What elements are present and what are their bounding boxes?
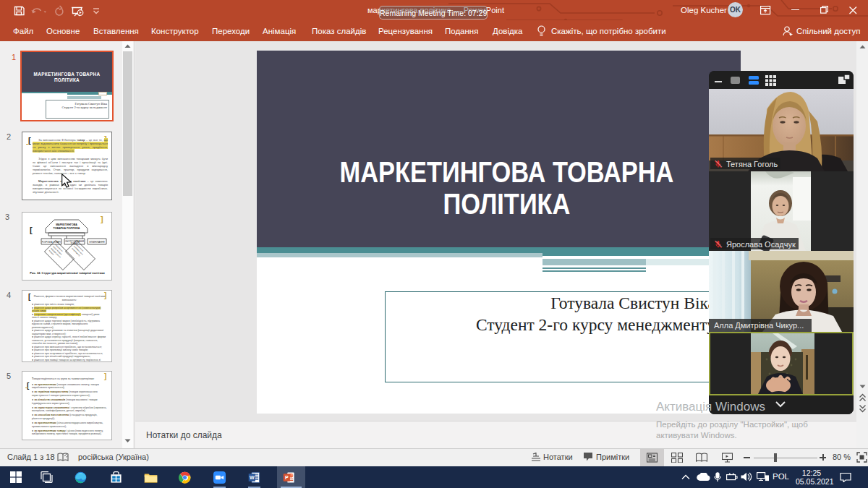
svg-text:W: W bbox=[250, 475, 255, 481]
svg-text:РОЗРОБКА ТОВАРУ: РОЗРОБКА ТОВАРУ bbox=[42, 241, 61, 244]
svg-text:P: P bbox=[285, 475, 289, 481]
svg-text:МАРКЕТИНГОВА: МАРКЕТИНГОВА bbox=[56, 223, 77, 226]
svg-text:Рис. 32. Структура маркетингов: Рис. 32. Структура маркетингової товарно… bbox=[30, 271, 105, 275]
svg-text:ТОВАРНА ПОЛІТИКА: ТОВАРНА ПОЛІТИКА bbox=[54, 227, 80, 230]
svg-text:ЕЛІМІНУВАННЯ: ЕЛІМІНУВАННЯ bbox=[89, 241, 104, 244]
